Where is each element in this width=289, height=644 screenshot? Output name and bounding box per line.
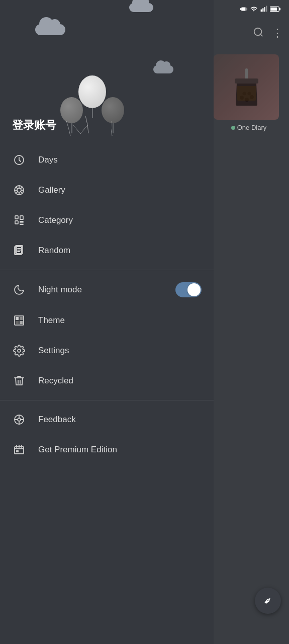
svg-rect-36 [20,317,23,320]
feedback-label: Feedback [38,415,202,425]
navigation-drawer: 登录账号 Days [0,0,214,644]
login-text[interactable]: 登录账号 [12,118,56,133]
compose-icon: ✒ [261,594,275,608]
svg-rect-8 [279,8,280,11]
svg-rect-12 [235,78,258,84]
menu-item-recycled[interactable]: Recycled [0,366,214,396]
right-panel: ⋮ One Diary [209,0,289,644]
night-mode-icon [12,283,26,297]
svg-point-39 [18,349,21,352]
night-mode-label: Night mode [38,285,175,295]
svg-rect-46 [15,447,24,454]
menu-item-feedback[interactable]: Feedback [0,405,214,435]
svg-rect-3 [261,10,262,12]
theme-label: Theme [38,315,202,326]
svg-rect-6 [266,6,267,12]
svg-rect-38 [20,321,23,324]
menu-item-night-mode[interactable]: Night mode [0,274,214,305]
svg-rect-5 [264,7,265,12]
svg-rect-47 [16,450,19,452]
svg-rect-37 [16,321,19,324]
category-label: Category [38,215,202,225]
balloon-decoration [60,83,124,116]
cloud-decoration-1 [35,24,65,35]
menu-item-gallery[interactable]: Gallery [0,175,214,205]
more-icon[interactable]: ⋮ [272,27,283,40]
recycled-icon [12,374,26,388]
status-signal-icon [260,6,267,13]
right-panel-header: ⋮ [209,18,289,48]
recycled-label: Recycled [38,376,202,386]
diary-name: One Diary [237,124,267,131]
cloud-decoration-2 [153,65,173,73]
settings-label: Settings [38,346,202,356]
status-wifi-icon [250,6,258,13]
menu-section-navigation: Days Gallery [0,141,214,270]
days-icon [12,153,26,167]
theme-icon [12,313,26,328]
svg-rect-4 [262,8,263,12]
diary-dot [231,126,235,130]
diary-label: One Diary [209,120,289,135]
days-label: Days [38,155,202,165]
status-battery-icon [270,6,281,12]
random-label: Random [38,246,202,256]
diary-card[interactable] [214,54,279,120]
gallery-icon [12,183,26,197]
menu-item-premium[interactable]: Get Premium Edition [0,435,214,465]
compose-fab[interactable]: ✒ [255,588,281,614]
search-icon[interactable] [253,27,264,40]
toggle-knob [187,283,201,296]
feedback-icon [12,413,26,427]
svg-point-10 [254,28,262,35]
status-vibrate-icon [240,6,247,13]
menu-section-support: Feedback Get Premium Edition [0,400,214,469]
random-icon [12,244,26,258]
premium-label: Get Premium Edition [38,445,202,455]
svg-point-41 [18,418,21,421]
night-mode-toggle[interactable] [175,282,202,297]
menu-item-theme[interactable]: Theme [0,305,214,336]
menu-item-settings[interactable]: Settings [0,336,214,366]
weather-cloud [129,3,153,12]
drawer-header: 登录账号 [0,0,214,141]
svg-rect-35 [16,317,19,320]
settings-icon [12,344,26,358]
category-icon [12,213,26,227]
gallery-label: Gallery [38,185,202,195]
svg-rect-9 [270,8,277,11]
menu-section-preferences: Night mode Theme [0,270,214,400]
diary-card-image [214,54,279,120]
balloon-white [78,75,106,108]
premium-icon [12,443,26,457]
boba-tea-illustration [233,68,260,106]
menu-item-category[interactable]: Category [0,205,214,235]
status-right-icons [240,6,281,13]
menu-item-days[interactable]: Days [0,145,214,175]
menu-item-random[interactable]: Random [0,235,214,266]
